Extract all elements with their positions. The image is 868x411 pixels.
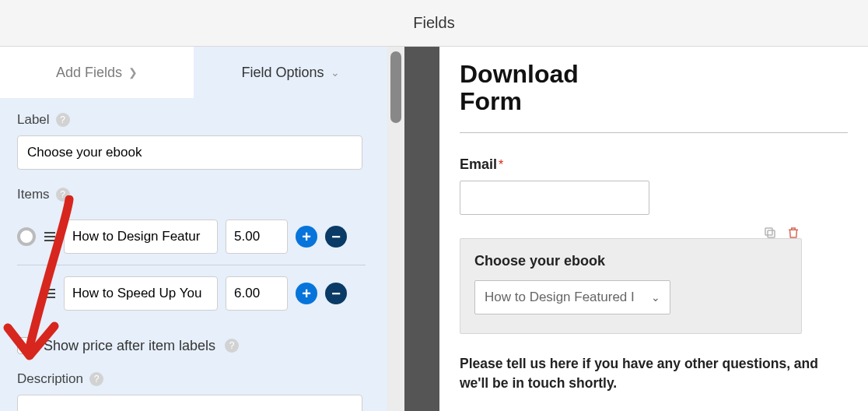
email-input[interactable] <box>460 181 649 215</box>
item-row: + − <box>17 267 370 320</box>
scrollbar-thumb[interactable] <box>390 51 401 123</box>
description-heading: Description ? <box>17 371 370 387</box>
required-mark: * <box>499 158 503 171</box>
trash-icon[interactable] <box>786 225 801 241</box>
item-price-input[interactable] <box>226 220 288 254</box>
label-input[interactable] <box>17 135 362 170</box>
items-heading: Items ? <box>17 187 370 202</box>
drag-handle-icon[interactable] <box>44 232 56 241</box>
page-title: Fields <box>413 14 454 32</box>
help-icon[interactable]: ? <box>225 339 239 353</box>
item-name-input[interactable] <box>64 220 218 254</box>
chevron-down-icon: ⌄ <box>651 291 660 304</box>
ebook-field-card[interactable]: Choose your ebook How to Design Featured… <box>460 238 802 334</box>
dropdown-value: How to Design Featured I <box>485 290 635 305</box>
add-item-button[interactable]: + <box>296 283 317 304</box>
title-rule <box>460 132 848 133</box>
svg-rect-0 <box>768 230 775 237</box>
item-name-input[interactable] <box>64 276 218 311</box>
chevron-right-icon: ❯ <box>128 66 138 79</box>
help-icon[interactable]: ? <box>56 113 70 127</box>
show-price-row: Show price after item labels ? <box>17 337 370 354</box>
remove-item-button[interactable]: − <box>325 283 347 304</box>
card-toolbar <box>762 225 801 241</box>
tab-add-label: Add Fields <box>56 65 122 81</box>
top-bar: Fields <box>0 0 868 47</box>
email-field-block: Email* <box>460 156 848 215</box>
ebook-dropdown[interactable]: How to Design Featured I ⌄ <box>474 280 670 314</box>
email-label: Email <box>460 156 497 172</box>
main-area: Add Fields ❯ Field Options ⌄ Label ? Ite… <box>0 47 868 411</box>
show-price-checkbox[interactable] <box>17 337 34 354</box>
help-icon[interactable]: ? <box>89 372 103 386</box>
svg-rect-1 <box>765 228 772 235</box>
item-price-input[interactable] <box>226 276 288 311</box>
show-price-label: Show price after item labels <box>44 338 215 354</box>
form-title: Download Form <box>460 61 631 115</box>
tab-field-options[interactable]: Field Options ⌄ <box>194 47 387 98</box>
form-preview: Download Form Email* Choose your ebook H… <box>439 47 868 411</box>
tab-add-fields[interactable]: Add Fields ❯ <box>0 47 194 98</box>
description-heading-text: Description <box>17 371 83 387</box>
label-heading-text: Label <box>17 112 50 128</box>
chevron-down-icon: ⌄ <box>331 66 340 79</box>
items-heading-text: Items <box>17 187 50 202</box>
scrollbar-track[interactable] <box>387 47 404 411</box>
duplicate-icon[interactable] <box>762 225 778 241</box>
item-divider <box>17 265 366 265</box>
tab-row: Add Fields ❯ Field Options ⌄ <box>0 47 387 98</box>
drag-handle-icon[interactable] <box>44 289 56 298</box>
radio-default-icon[interactable] <box>17 227 36 246</box>
help-icon[interactable]: ? <box>56 188 70 202</box>
tab-options-label: Field Options <box>241 65 324 81</box>
description-input[interactable] <box>17 395 362 411</box>
label-heading: Label ? <box>17 112 370 128</box>
item-row: + − <box>17 210 370 263</box>
closing-text: Please tell us here if you have any othe… <box>460 354 848 392</box>
remove-item-button[interactable]: − <box>325 226 347 248</box>
add-item-button[interactable]: + <box>296 226 317 248</box>
ebook-heading: Choose your ebook <box>474 253 787 269</box>
panel-divider <box>404 47 439 411</box>
field-options-body: Label ? Items ? + − <box>0 98 387 411</box>
left-panel: Add Fields ❯ Field Options ⌄ Label ? Ite… <box>0 47 387 411</box>
